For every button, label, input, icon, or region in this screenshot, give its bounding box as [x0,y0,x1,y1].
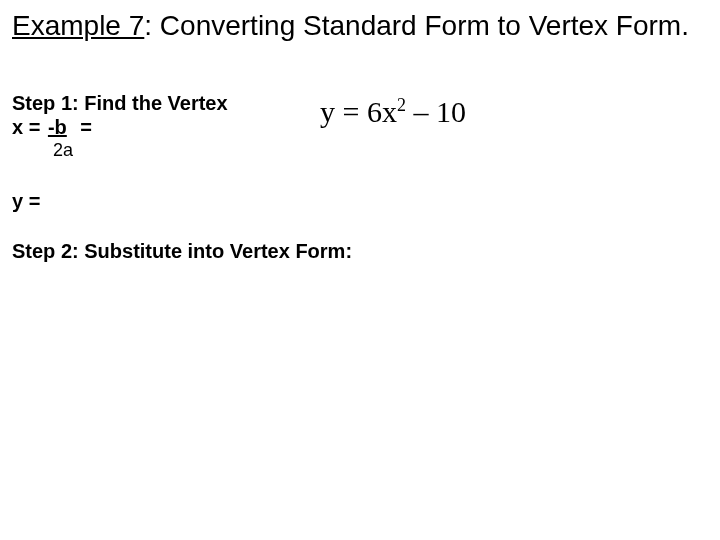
equation-rhs: – 10 [406,95,466,128]
title-rest: : Converting Standard Form to Vertex For… [144,10,689,41]
quadratic-equation: y = 6x2 – 10 [320,95,466,129]
step-1-heading: Step 1: Find the Vertex [12,92,228,115]
title-underlined: Example 7 [12,10,144,41]
equation-exponent: 2 [397,95,406,115]
slide: Example 7: Converting Standard Form to V… [0,0,720,540]
x-denominator: 2a [53,140,73,161]
x-numerator: -b [46,116,69,139]
slide-title: Example 7: Converting Standard Form to V… [12,10,689,42]
step-2-heading: Step 2: Substitute into Vertex Form: [12,240,352,263]
x-prefix: x = [12,116,46,138]
y-equals-blank: y = [12,190,40,213]
x-formula-line: x = -b = [12,116,92,139]
x-equals-blank: = [75,116,92,138]
equation-lhs: y = 6x [320,95,397,128]
